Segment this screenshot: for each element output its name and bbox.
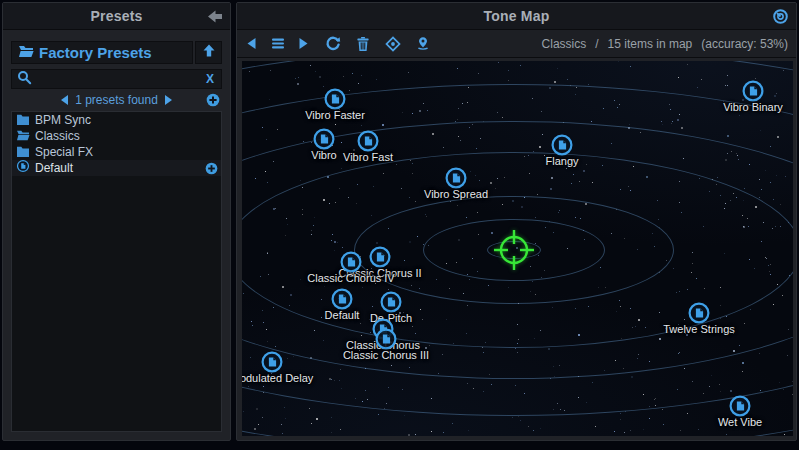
next-result-icon[interactable] <box>165 95 172 105</box>
search-row: X <box>11 69 222 89</box>
folder-open-icon <box>18 44 34 62</box>
presets-title: Presets <box>91 8 143 24</box>
preset-file-icon <box>369 246 391 268</box>
menu-icon[interactable] <box>269 35 286 52</box>
preset-file-icon <box>729 395 751 417</box>
preset-marker-label: Vibro <box>311 149 336 161</box>
trash-icon[interactable] <box>354 35 371 52</box>
status-separator: / <box>595 37 598 51</box>
preset-marker-label: Default <box>325 309 360 321</box>
preset-marker-label: Wet Vibe <box>718 416 762 428</box>
preset-file-icon <box>357 130 379 152</box>
results-count: 1 presets found <box>75 93 158 107</box>
preset-file-icon <box>331 288 353 310</box>
search-input[interactable] <box>37 71 204 87</box>
preset-marker-label: Classic Chorus III <box>343 349 429 361</box>
preset-file-icon <box>324 88 346 110</box>
tree-label: Classics <box>35 129 80 143</box>
map-status: Classics / 15 items in map (accuracy: 53… <box>542 37 790 51</box>
next-map-icon[interactable] <box>295 35 312 52</box>
tree-label: Special FX <box>35 145 93 159</box>
preset-file-icon <box>313 128 335 150</box>
results-row: 1 presets found <box>11 91 222 109</box>
preset-marker-label: Vibro Binary <box>723 101 783 113</box>
up-arrow-icon <box>202 43 216 62</box>
preset-file-icon <box>340 251 362 273</box>
add-circle-icon[interactable] <box>206 93 220 111</box>
bank-label: Factory Presets <box>39 44 152 61</box>
bank-row: Factory Presets <box>11 41 222 64</box>
preset-marker-label: Classic Chorus IV <box>307 272 394 284</box>
preset-file-icon <box>551 134 573 156</box>
presets-header: Presets <box>3 3 230 30</box>
tone-map-title: Tone Map <box>484 8 550 24</box>
star <box>784 434 785 435</box>
bank-selector[interactable]: Factory Presets <box>11 41 193 64</box>
clear-search-icon[interactable]: X <box>204 72 216 86</box>
preset-file-icon <box>380 291 402 313</box>
preset-marker-label: Vibro Spread <box>424 188 488 200</box>
center-target-icon[interactable] <box>384 35 401 52</box>
tree-row-classics[interactable]: Classics <box>12 128 221 144</box>
tone-map-canvas[interactable]: Vibro FasterVibroVibro FastVibro SpreadF… <box>242 61 793 436</box>
tone-map-header: Tone Map <box>237 3 796 30</box>
location-pin-icon[interactable] <box>414 35 431 52</box>
refresh-icon[interactable] <box>324 35 341 52</box>
status-accuracy: (accuracy: 53%) <box>701 37 788 51</box>
collapse-panel-arrow-icon[interactable] <box>206 8 224 25</box>
preset-file-icon <box>742 80 764 102</box>
preset-file-icon <box>445 167 467 189</box>
preset-marker-label: Vibro Faster <box>305 109 365 121</box>
status-category: Classics <box>542 37 587 51</box>
tree-row-special-fx[interactable]: Special FX <box>12 144 221 160</box>
map-toolbar: Classics / 15 items in map (accuracy: 53… <box>237 30 796 58</box>
preset-file-icon <box>261 351 283 373</box>
status-items: 15 items in map <box>608 37 693 51</box>
preset-marker-label: Modulated Delay <box>242 372 313 384</box>
preset-file-icon <box>375 328 397 350</box>
preset-icon <box>16 159 30 177</box>
preset-marker-label: Twelve Strings <box>663 323 735 335</box>
bank-up-button[interactable] <box>195 41 222 64</box>
search-icon <box>17 70 32 89</box>
prev-map-icon[interactable] <box>243 35 260 52</box>
tone-map-panel: Tone Map Classics / 15 items in ma <box>236 2 797 441</box>
tree-label: BPM Sync <box>35 113 91 127</box>
presets-panel: Presets Factory Presets X 1 presets foun… <box>2 2 231 441</box>
preset-file-icon <box>688 302 710 324</box>
tree-label: Default <box>35 161 73 175</box>
knob-icon[interactable] <box>772 8 790 25</box>
tree-row-default[interactable]: Default <box>12 160 221 176</box>
preset-marker-label: Vibro Fast <box>343 151 393 163</box>
preset-marker-label: Flangy <box>545 155 578 167</box>
tree-row-bpm-sync[interactable]: BPM Sync <box>12 112 221 128</box>
add-circle-icon[interactable] <box>205 161 218 179</box>
prev-result-icon[interactable] <box>61 95 68 105</box>
preset-tree: BPM SyncClassicsSpecial FXDefault <box>11 111 222 432</box>
crosshair-target-icon[interactable] <box>488 224 540 276</box>
